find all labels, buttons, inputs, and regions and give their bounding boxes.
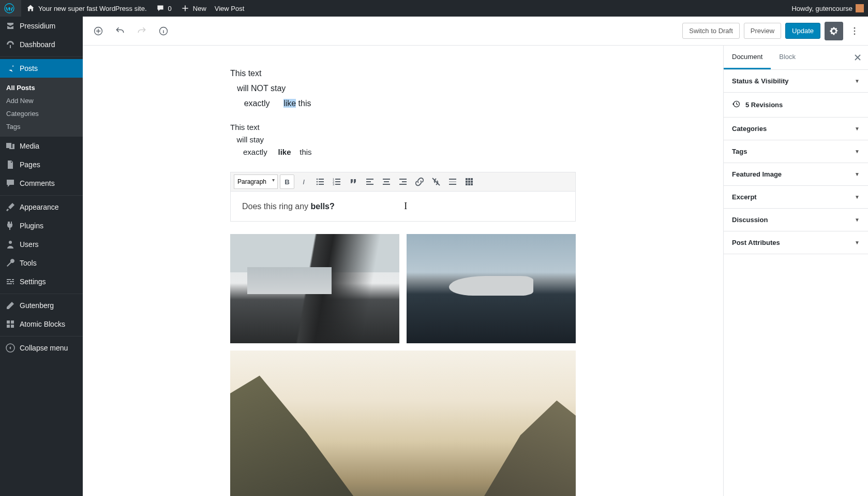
svg-rect-43 bbox=[468, 183, 470, 185]
sidebar-dashboard[interactable]: Dashboard bbox=[0, 35, 83, 54]
gallery-block[interactable] bbox=[230, 234, 576, 496]
sidebar-comments-label: Comments bbox=[20, 179, 55, 187]
tab-document[interactable]: Document bbox=[724, 46, 771, 69]
numbered-list-button[interactable]: 123 bbox=[330, 174, 344, 189]
sidebar-tools[interactable]: Tools bbox=[0, 254, 83, 272]
switch-to-draft-button[interactable]: Switch to Draft bbox=[682, 23, 740, 39]
link-button[interactable] bbox=[412, 174, 427, 189]
collapse-menu[interactable]: Collapse menu bbox=[0, 339, 83, 357]
svg-rect-34 bbox=[449, 181, 456, 182]
blockquote-button[interactable] bbox=[346, 174, 361, 189]
code-text: This text will stay exactly like this bbox=[230, 123, 312, 156]
svg-rect-36 bbox=[466, 178, 468, 180]
format-select[interactable]: Paragraph bbox=[234, 174, 278, 189]
submenu-categories[interactable]: Categories bbox=[0, 107, 83, 120]
header-right-tools: Switch to Draft Preview Update bbox=[682, 22, 862, 40]
sidebar-appearance[interactable]: Appearance bbox=[0, 198, 83, 216]
panel-label: Discussion bbox=[732, 216, 768, 224]
panel-featured-image[interactable]: Featured Image▼ bbox=[724, 163, 868, 186]
wp-logo-menu[interactable] bbox=[0, 0, 21, 17]
sidebar-atomic[interactable]: Atomic Blocks bbox=[0, 315, 83, 333]
pin-icon bbox=[5, 63, 16, 74]
panel-label: Status & Visibility bbox=[732, 77, 789, 85]
chevron-down-icon: ▼ bbox=[855, 149, 860, 154]
text-cursor-icon: I bbox=[404, 201, 407, 211]
text: exactly bbox=[230, 99, 283, 108]
classic-body[interactable]: Does this ring any bells? I bbox=[231, 192, 575, 221]
more-menu-button[interactable] bbox=[847, 22, 862, 40]
panel-excerpt[interactable]: Excerpt▼ bbox=[724, 186, 868, 209]
gallery-image-plane[interactable] bbox=[407, 234, 576, 343]
submenu-tags[interactable]: Tags bbox=[0, 120, 83, 133]
sidebar-gutenberg[interactable]: Gutenberg bbox=[0, 296, 83, 315]
insert-more-button[interactable] bbox=[445, 174, 460, 189]
gallery-image-mountains[interactable] bbox=[230, 351, 576, 496]
comment-icon bbox=[155, 3, 166, 13]
sidebar-settings[interactable]: Settings bbox=[0, 272, 83, 291]
add-block-button[interactable] bbox=[89, 22, 108, 40]
sidebar-comments[interactable]: Comments bbox=[0, 174, 83, 193]
preview-button[interactable]: Preview bbox=[744, 23, 781, 39]
svg-rect-25 bbox=[366, 181, 371, 182]
panel-categories[interactable]: Categories▼ bbox=[724, 118, 868, 140]
view-post-link[interactable]: View Post bbox=[211, 0, 249, 17]
svg-point-11 bbox=[854, 33, 856, 35]
sidebar-users-label: Users bbox=[20, 240, 39, 249]
brand-icon bbox=[5, 21, 16, 31]
editor-canvas[interactable]: This text will NOT stay exactly like thi… bbox=[83, 46, 723, 496]
svg-rect-4 bbox=[7, 325, 10, 328]
pencil-icon bbox=[5, 300, 16, 311]
update-button[interactable]: Update bbox=[785, 23, 820, 39]
submenu-add-new[interactable]: Add New bbox=[0, 94, 83, 107]
sidebar-atomic-label: Atomic Blocks bbox=[20, 320, 65, 328]
gallery-image-road[interactable] bbox=[230, 234, 399, 343]
avatar bbox=[856, 4, 864, 12]
my-account-link[interactable]: Howdy, gutencourse bbox=[787, 0, 868, 17]
comments-link[interactable]: 0 bbox=[151, 0, 176, 17]
svg-rect-19 bbox=[335, 179, 340, 180]
tab-block[interactable]: Block bbox=[771, 46, 804, 69]
unlink-button[interactable] bbox=[429, 174, 443, 189]
preformatted-block[interactable]: This text will stay exactly like this bbox=[230, 121, 576, 158]
bulleted-list-button[interactable] bbox=[313, 174, 327, 189]
align-right-button[interactable] bbox=[396, 174, 410, 189]
panel-tags[interactable]: Tags▼ bbox=[724, 140, 868, 163]
align-left-button[interactable] bbox=[363, 174, 377, 189]
panel-label: Featured Image bbox=[732, 170, 782, 178]
svg-rect-26 bbox=[366, 184, 373, 185]
submenu-all-posts[interactable]: All Posts bbox=[0, 81, 83, 94]
panel-discussion[interactable]: Discussion▼ bbox=[724, 209, 868, 231]
text: this bbox=[296, 99, 311, 108]
undo-button[interactable] bbox=[111, 22, 129, 40]
bold-button[interactable]: B bbox=[280, 174, 294, 189]
settings-toggle-button[interactable] bbox=[825, 22, 843, 40]
brand-item[interactable]: Pressidium bbox=[0, 17, 83, 35]
sidebar-plugins[interactable]: Plugins bbox=[0, 216, 83, 235]
svg-point-10 bbox=[854, 30, 856, 32]
info-button[interactable] bbox=[154, 22, 173, 40]
panel-revisions[interactable]: 5 Revisions bbox=[724, 93, 868, 118]
editor-header: Switch to Draft Preview Update bbox=[83, 17, 868, 46]
sidebar-posts-label: Posts bbox=[20, 64, 38, 72]
sidebar-users[interactable]: Users bbox=[0, 235, 83, 254]
align-center-button[interactable] bbox=[379, 174, 394, 189]
toolbar-toggle-button[interactable] bbox=[462, 174, 476, 189]
comments-icon bbox=[5, 178, 16, 188]
svg-rect-42 bbox=[466, 183, 468, 185]
panel-status-visibility[interactable]: Status & Visibility▼ bbox=[724, 70, 868, 93]
revisions-label: 5 Revisions bbox=[745, 101, 783, 109]
sidebar-appearance-label: Appearance bbox=[20, 203, 59, 211]
italic-button[interactable]: I bbox=[296, 174, 311, 189]
site-name-link[interactable]: Your new super fast WordPress site. bbox=[21, 0, 151, 17]
sidebar-media[interactable]: Media bbox=[0, 137, 83, 155]
svg-rect-31 bbox=[402, 181, 407, 182]
close-settings-button[interactable] bbox=[847, 46, 868, 69]
classic-editor-block[interactable]: Paragraph B I 123 Does this ring bbox=[230, 172, 576, 222]
redo-button[interactable] bbox=[132, 22, 151, 40]
new-content-link[interactable]: New bbox=[176, 0, 211, 17]
sidebar-posts[interactable]: Posts bbox=[0, 59, 83, 78]
sidebar-pages[interactable]: Pages bbox=[0, 155, 83, 174]
paragraph-block[interactable]: This text will NOT stay exactly like thi… bbox=[230, 66, 576, 111]
svg-rect-17 bbox=[319, 184, 324, 185]
panel-post-attributes[interactable]: Post Attributes▼ bbox=[724, 231, 868, 254]
